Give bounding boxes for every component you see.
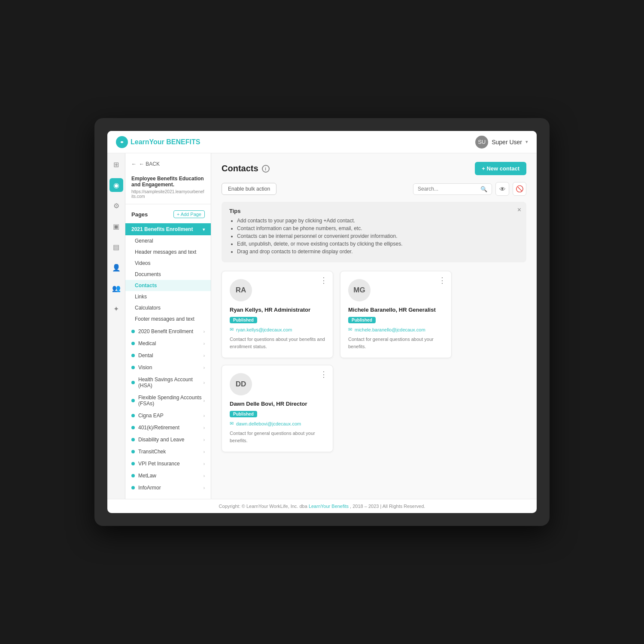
- card-menu-button-mg[interactable]: ⋮: [438, 276, 446, 284]
- site-info: Employee Benefits Education and Engageme…: [125, 173, 211, 204]
- sidebar-icon-home[interactable]: ⊞: [109, 158, 123, 171]
- nav-dot: [131, 426, 135, 429]
- nav-dot: [131, 381, 135, 384]
- contact-desc-dd: Contact for general questions about your…: [230, 430, 325, 444]
- add-page-button[interactable]: + Add Page: [173, 210, 205, 218]
- tip-item: Edit, unpublish, delete, or move existin…: [237, 241, 519, 247]
- nav-dot: [131, 474, 135, 477]
- avatar: SU: [475, 136, 488, 149]
- sidebar-icon-star[interactable]: ✦: [109, 302, 123, 316]
- user-menu[interactable]: SU Super User ▾: [475, 136, 528, 149]
- enable-bulk-action-button[interactable]: Enable bulk action: [222, 183, 276, 195]
- sidebar-icon-pages[interactable]: ◉: [109, 178, 123, 192]
- status-badge-mg: Published: [348, 317, 376, 323]
- nav-item-transitchek[interactable]: TransitChek ›: [125, 446, 211, 458]
- nav-item-dental[interactable]: Dental ›: [125, 349, 211, 361]
- nav-item-2020[interactable]: 2020 Benefit Enrollment ›: [125, 325, 211, 337]
- page-header: Contacts i + New contact: [222, 162, 526, 175]
- pages-header: Pages + Add Page: [125, 208, 211, 221]
- back-arrow-icon: ←: [131, 161, 137, 167]
- nav-item-vpi[interactable]: VPI Pet Insurance ›: [125, 458, 211, 470]
- new-contact-button[interactable]: + New contact: [475, 162, 526, 175]
- nav-group-header-2021[interactable]: 2021 Benefits Enrollment ▾: [125, 223, 211, 235]
- back-label: ← BACK: [139, 161, 160, 167]
- sidebar-icon-user[interactable]: 👤: [109, 261, 123, 274]
- nav-group-2021: 2021 Benefits Enrollment ▾ General Heade…: [125, 223, 211, 325]
- top-nav: LearnYour BENEFITS SU Super User ▾: [107, 131, 537, 153]
- logo-text: LearnYour BENEFITS: [131, 138, 200, 146]
- contact-email-ra: ✉ ryan.kellys@jcdecaux.com: [230, 327, 325, 332]
- nav-group-label: 2021 Benefits Enrollment: [131, 226, 193, 232]
- search-input[interactable]: [418, 186, 478, 192]
- nav-dot: [131, 486, 135, 489]
- eye-icon: 👁: [499, 185, 506, 193]
- contact-email-dd: ✉ dawn.dellebovi@jcdecaux.com: [230, 421, 325, 426]
- chevron-right-icon: ›: [204, 398, 205, 403]
- nav-sub-items: General Header messages and text Videos …: [125, 235, 211, 325]
- nav-sub-links[interactable]: Links: [125, 291, 211, 302]
- site-name: Employee Benefits Education and Engageme…: [131, 176, 205, 188]
- tips-list: Add contacts to your page by clicking +A…: [229, 218, 519, 255]
- chevron-right-icon: ›: [204, 425, 205, 430]
- nav-item-vision[interactable]: Vision ›: [125, 361, 211, 374]
- app-footer: Copyright: © LearnYour WorkLife, Inc. db…: [107, 499, 537, 513]
- email-icon: ✉: [348, 327, 352, 332]
- visibility-button[interactable]: 👁: [495, 182, 509, 196]
- user-name: Super User: [492, 139, 522, 146]
- card-menu-button-ra[interactable]: ⋮: [320, 276, 328, 284]
- tips-title: Tips: [229, 208, 519, 214]
- nav-sub-header-messages[interactable]: Header messages and text: [125, 246, 211, 258]
- sidebar-icon-settings[interactable]: ⚙: [109, 199, 123, 213]
- contact-card-dd: ⋮ DD Dawn Delle Bovi, HR Director Publis…: [222, 365, 333, 452]
- device-frame: LearnYour BENEFITS SU Super User ▾ ⊞ ◉ ⚙…: [94, 118, 550, 526]
- nav-sub-general[interactable]: General: [125, 235, 211, 246]
- nav-dot: [131, 450, 135, 453]
- chevron-right-icon: ›: [204, 486, 205, 490]
- nav-item-401k[interactable]: 401(k)/Retirement ›: [125, 422, 211, 434]
- nav-item-fsa[interactable]: Flexible Spending Accounts (FSAs) ›: [125, 392, 211, 410]
- sidebar-icon-layout[interactable]: ▣: [109, 219, 123, 233]
- icon-sidebar: ⊞ ◉ ⚙ ▣ ▤ 👤 👥 ✦: [107, 153, 125, 499]
- nav-dot: [131, 462, 135, 465]
- hide-button[interactable]: 🚫: [513, 182, 526, 196]
- toolbar: Enable bulk action 🔍 👁 🚫: [222, 182, 526, 196]
- nav-item-medical[interactable]: Medical ›: [125, 337, 211, 349]
- toolbar-right: 🔍 👁 🚫: [413, 182, 526, 196]
- nav-sub-contacts[interactable]: Contacts: [125, 280, 211, 291]
- chevron-right-icon: ›: [204, 413, 205, 418]
- footer-link[interactable]: LearnYour Benefits: [309, 504, 349, 509]
- contact-desc-mg: Contact for general questions about your…: [348, 336, 444, 350]
- email-icon: ✉: [230, 327, 234, 332]
- nav-item-disability[interactable]: Disability and Leave ›: [125, 434, 211, 446]
- sidebar-icon-users[interactable]: 👥: [109, 281, 123, 295]
- main-layout: ⊞ ◉ ⚙ ▣ ▤ 👤 👥 ✦ ← ← BACK Employee Benefi…: [107, 153, 537, 499]
- back-button[interactable]: ← ← BACK: [125, 158, 211, 170]
- nav-dot: [131, 438, 135, 441]
- contact-avatar-mg: MG: [348, 279, 371, 301]
- nav-item-hsa[interactable]: Health Savings Account (HSA) ›: [125, 374, 211, 392]
- nav-sub-calculators[interactable]: Calculators: [125, 302, 211, 313]
- tips-close-button[interactable]: ×: [517, 206, 521, 214]
- contact-avatar-dd: DD: [230, 373, 252, 395]
- logo: LearnYour BENEFITS: [116, 136, 200, 148]
- nav-dot: [131, 354, 135, 357]
- sidebar-icon-calendar[interactable]: ▤: [109, 240, 123, 254]
- nav-item-cigna[interactable]: Cigna EAP ›: [125, 410, 211, 422]
- contact-desc-ra: Contact for questions about your benefit…: [230, 336, 325, 350]
- nav-item-infoarmor[interactable]: InfoArmor ›: [125, 482, 211, 494]
- info-icon[interactable]: i: [262, 165, 270, 173]
- tips-box: Tips Add contacts to your page by clicki…: [222, 202, 526, 262]
- contact-avatar-ra: RA: [230, 279, 252, 301]
- user-dropdown-icon: ▾: [526, 139, 528, 145]
- chevron-right-icon: ›: [204, 380, 205, 385]
- tip-item: Drag and drop contacts to determine disp…: [237, 249, 519, 255]
- contacts-grid: ⋮ RA Ryan Kellys, HR Administrator Publi…: [222, 271, 526, 452]
- nav-sidebar: ← ← BACK Employee Benefits Education and…: [125, 153, 211, 499]
- card-menu-button-dd[interactable]: ⋮: [320, 371, 328, 378]
- nav-sub-videos[interactable]: Videos: [125, 258, 211, 269]
- nav-sub-footer-messages[interactable]: Footer messages and text: [125, 313, 211, 325]
- nav-sub-documents[interactable]: Documents: [125, 269, 211, 280]
- nav-item-metlaw[interactable]: MetLaw ›: [125, 470, 211, 482]
- chevron-right-icon: ›: [204, 462, 205, 466]
- nav-dot: [131, 342, 135, 345]
